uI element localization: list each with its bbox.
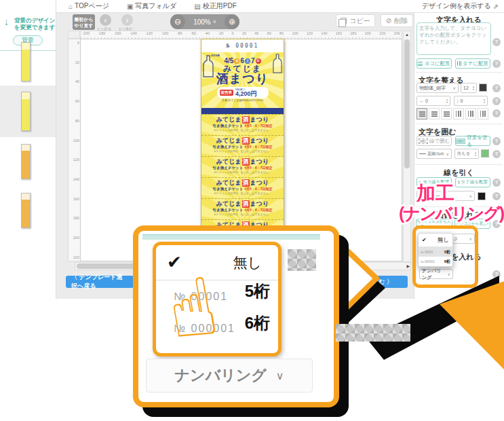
font-size-value: 12 bbox=[463, 86, 469, 90]
redo-icon: › bbox=[126, 16, 129, 25]
vertical-line-button[interactable]: ‖タテ線を配置 bbox=[455, 177, 490, 187]
align-top-button[interactable] bbox=[453, 108, 464, 120]
stub-title-1: みてじま bbox=[216, 158, 241, 165]
outline-text-button[interactable]: ABC線で囲む bbox=[416, 136, 452, 146]
reset-button[interactable]: 最初から やり直す bbox=[73, 14, 95, 30]
stub-note: ※チケットの再発行・払い戻しはできません。 bbox=[201, 128, 284, 132]
next-screen-button[interactable]: 画面へ進む 〉 bbox=[339, 276, 408, 288]
corner-radius-stepper[interactable]: 角丸0▴▾ bbox=[454, 149, 479, 159]
ruler-label: -200 bbox=[82, 31, 90, 35]
step-down-icon[interactable]: ▾ bbox=[473, 88, 474, 91]
place-vertical-button[interactable]: タテに配置 bbox=[455, 58, 490, 69]
help-icon[interactable] bbox=[492, 60, 501, 68]
scroll-right-icon[interactable]: ▶ bbox=[406, 263, 410, 270]
stub-note: ※チケットの再発行・払い戻しはできません。 bbox=[201, 213, 284, 217]
copy-button[interactable]: コピー bbox=[336, 14, 375, 27]
magnified-numbering-select[interactable]: ナンバリング ∨ bbox=[146, 359, 313, 392]
align-left-button[interactable] bbox=[416, 108, 427, 120]
delete-button[interactable]: ⊘削除 bbox=[381, 14, 413, 27]
step-down-icon[interactable]: ▾ bbox=[484, 101, 485, 104]
align-center-button[interactable] bbox=[429, 108, 440, 120]
ruler-label: -80 bbox=[177, 31, 182, 35]
letter-spacing-stepper[interactable]: ↔0▴▾ bbox=[416, 96, 450, 106]
delete-label: 削除 bbox=[394, 16, 408, 26]
background-thumbnail-2-selected[interactable] bbox=[21, 92, 31, 131]
step-down-icon[interactable]: ▾ bbox=[446, 101, 448, 104]
ruler-label: 160 bbox=[336, 31, 342, 35]
ruler-label: 220 bbox=[379, 31, 385, 35]
design-example-link[interactable]: デザイン例を表示する⇗ bbox=[422, 1, 499, 11]
ticket-stub: みてじま酒まつり 引き換えチケット4月5・6・7日限定 ※チケットの再発行・払い… bbox=[201, 177, 284, 198]
redo-button[interactable]: › bbox=[121, 14, 133, 26]
nav-proof-pdf[interactable]: ▤校正用PDF bbox=[194, 1, 236, 11]
ruler-label: -40 bbox=[204, 31, 210, 35]
step-down-icon[interactable]: ▾ bbox=[475, 154, 476, 157]
ruler-label: 240 bbox=[394, 31, 400, 35]
corner-radius-value: 0 bbox=[467, 151, 469, 156]
help-icon[interactable] bbox=[492, 192, 501, 200]
line-color-swatch[interactable] bbox=[478, 192, 486, 200]
zoom-level-select[interactable]: 100%∨ bbox=[185, 18, 225, 26]
align-middle-button[interactable] bbox=[465, 108, 476, 120]
design-example-label: デザイン例を表示する bbox=[422, 1, 491, 11]
text-input[interactable] bbox=[416, 22, 491, 55]
scroll-up-icon[interactable]: ▲ bbox=[404, 31, 410, 38]
undo-icon: ‹ bbox=[104, 16, 107, 25]
font-select[interactable]: 明朝体_細字∨ bbox=[416, 83, 459, 93]
ruler-label: 220 bbox=[73, 255, 79, 259]
ruler-label: 140 bbox=[73, 177, 79, 181]
ticket-design[interactable]: № 00001 2015年 4/5金6土7日 みてじま 酒まつり 前売券 6枚綴… bbox=[201, 39, 284, 241]
stub-title-2: まつり bbox=[250, 179, 269, 186]
help-icon[interactable] bbox=[492, 270, 501, 278]
text-color-swatch[interactable] bbox=[479, 84, 487, 92]
help-icon[interactable] bbox=[492, 179, 501, 187]
enclose-color-swatch[interactable] bbox=[481, 149, 489, 158]
background-thumbnail-4[interactable] bbox=[21, 193, 31, 228]
sake-bottle-illustration bbox=[203, 55, 214, 78]
align-right-button[interactable] bbox=[441, 108, 452, 120]
help-icon[interactable] bbox=[492, 109, 501, 117]
enclose-line-style-select[interactable]: 直線(1pt)∨ bbox=[416, 149, 452, 159]
stub-title-2: まつり bbox=[250, 200, 269, 207]
line-height-stepper[interactable]: ↕0▴▾ bbox=[454, 96, 488, 106]
copy-label: コピー bbox=[349, 16, 370, 26]
vertical-scrollbar[interactable]: ▲ bbox=[403, 31, 411, 262]
help-icon[interactable] bbox=[492, 84, 501, 92]
align-bottom-button[interactable] bbox=[478, 108, 488, 120]
stub-exchange-label: 引き換えチケット bbox=[213, 166, 244, 170]
down-arrow-icon: ↓ bbox=[4, 16, 9, 27]
ruler-label: 20 bbox=[75, 60, 79, 65]
help-icon[interactable] bbox=[492, 38, 501, 46]
ruler-label: 200 bbox=[365, 31, 371, 35]
vertical-scroll-thumb[interactable] bbox=[404, 39, 410, 168]
help-icon[interactable] bbox=[492, 150, 501, 158]
place-horizontal-button[interactable]: ヨコに配置 bbox=[416, 58, 452, 69]
stub-date-limit: 4月5・6・7日限定 bbox=[244, 166, 272, 170]
magnified-teal-bar bbox=[142, 234, 320, 240]
stub-exchange-label: 引き換えチケット bbox=[213, 145, 244, 149]
help-icon[interactable] bbox=[492, 97, 501, 105]
undo-button[interactable]: ‹ bbox=[100, 14, 111, 26]
zoom-in-button[interactable]: ⊕ bbox=[225, 14, 239, 29]
external-link-icon: ⇗ bbox=[493, 3, 499, 10]
nav-top-page-label: TOPページ bbox=[75, 1, 109, 11]
stub-title-1: みてじま bbox=[216, 179, 241, 186]
zoom-out-button[interactable]: ⊖ bbox=[170, 14, 185, 29]
day-friday-badge: 金 bbox=[234, 58, 239, 64]
background-thumbnail-1[interactable] bbox=[21, 42, 31, 81]
price-column: 6枚綴り 4,200円 bbox=[235, 88, 257, 97]
section-draw-line: 線を引く bbox=[414, 168, 504, 178]
fill-background-button[interactable]: ABC背景を塗る bbox=[455, 136, 490, 146]
back-to-template-button[interactable]: 〈 テンプレート選択へ戻る bbox=[66, 276, 134, 288]
sidebar-hint-line2: を変更できます bbox=[14, 24, 56, 31]
font-size-stepper[interactable]: 12▴▾ bbox=[461, 83, 477, 93]
stub-note: ※チケットの再発行・払い戻しはできません。 bbox=[201, 149, 284, 153]
magnified-select-label: ナンバリング bbox=[175, 365, 267, 386]
top-nav: ⌂TOPページ ▣写真フォルダ ▤校正用PDF デザイン例を表示する⇗ bbox=[56, 0, 504, 13]
nav-photo-folder[interactable]: ▣写真フォルダ bbox=[127, 1, 176, 11]
ticket-navy-band bbox=[201, 108, 284, 114]
nav-top-page[interactable]: ⌂TOPページ bbox=[69, 1, 109, 11]
help-icon[interactable] bbox=[492, 137, 501, 145]
ruler-corner bbox=[68, 31, 80, 39]
background-thumbnail-3[interactable] bbox=[21, 144, 31, 179]
